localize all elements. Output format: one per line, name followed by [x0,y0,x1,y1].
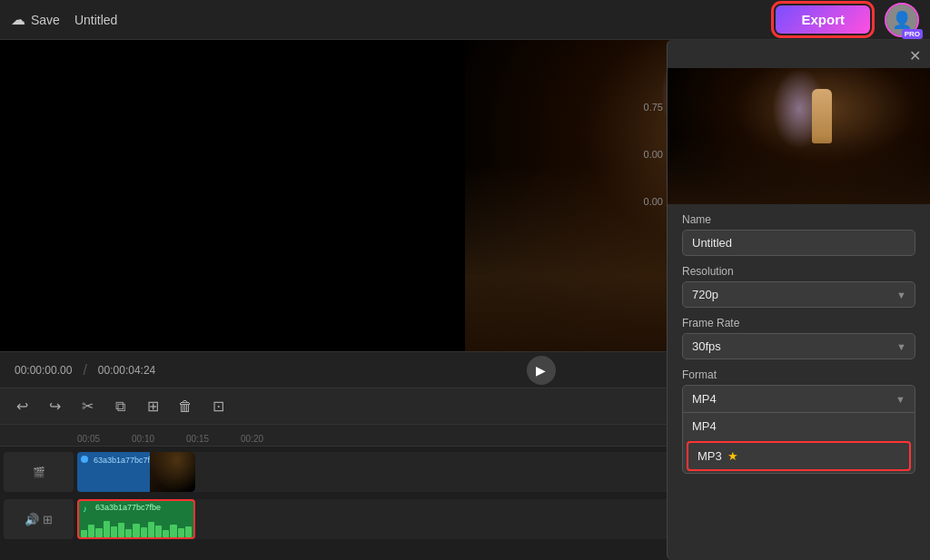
crop-button[interactable]: ⊡ [205,394,231,419]
video-track-icon: 🎬 [33,467,45,478]
panel-body: Name Resolution 720p 1080p 4K ▼ Frame Ra… [668,204,930,560]
format-dropdown: MP4 ▼ MP4 MP3 ★ [682,385,915,474]
panel-concert-bg [668,68,930,204]
panel-crowd [668,136,930,204]
mp3-label: MP3 [698,449,722,463]
paste-button[interactable]: ⊞ [140,394,165,419]
resolution-field-group: Resolution 720p 1080p 4K ▼ [682,265,915,308]
save-label: Save [31,13,60,27]
copy-button[interactable]: ⧉ [107,394,133,419]
undo-button[interactable]: ↩ [9,394,35,419]
name-label: Name [682,213,915,226]
format-chevron-icon: ▼ [895,394,905,405]
ruler-tick-2: 00:10 [132,434,186,446]
format-option-mp4[interactable]: MP4 [683,413,915,439]
audio-mute-button[interactable]: 🔊 [25,513,39,526]
audio-clip[interactable]: ♪ 63a3b1a77bc7fbe [77,499,195,539]
clip-indicator [81,456,88,463]
video-track-controls: 🎬 [4,452,74,492]
format-field-group: Format MP4 ▼ MP4 MP3 ★ [682,368,915,474]
resolution-label: Resolution [682,265,915,278]
export-button[interactable]: Export [776,5,870,34]
ruler-tick-4: 00:20 [241,434,295,446]
framerate-select[interactable]: 24fps 30fps 60fps [682,333,915,359]
name-field-group: Name [682,213,915,256]
ruler-tick-1: 00:05 [77,434,132,446]
audio-clip-icon: ♪ [83,504,87,514]
audio-track-controls: 🔊 ⊞ [4,499,74,539]
video-clip[interactable]: 63a3b1a77bc7fbe [77,452,195,492]
ruler-tick-3: 00:15 [186,434,241,446]
project-title[interactable]: Untitled [74,13,117,27]
framerate-select-wrap: 24fps 30fps 60fps ▼ [682,333,915,359]
pro-star-icon: ★ [727,449,738,463]
play-button[interactable]: ▶ [527,356,556,385]
audio-clip-label: 63a3b1a77bc7fbe [95,503,161,512]
redo-button[interactable]: ↪ [42,394,67,419]
cloud-icon: ☁ [11,11,25,28]
panel-preview [668,68,930,204]
waveform [79,519,193,537]
main-area: 00:00:00.00 / 00:00:04:24 ▶ ↩ ↪ ✂ ⧉ ⊞ 🗑 … [0,40,930,560]
format-current[interactable]: MP4 ▼ [683,386,915,413]
format-label: Format [682,368,915,381]
pro-badge: PRO [902,29,923,39]
video-left-panel [0,40,465,351]
avatar[interactable]: 👤 PRO [885,3,919,37]
resolution-select-wrap: 720p 1080p 4K ▼ [682,281,915,308]
split-button[interactable]: ✂ [74,394,100,419]
total-time: 00:00:04:24 [98,364,155,377]
topbar: ☁ Save Untitled Export 👤 PRO [0,0,930,40]
framerate-label: Frame Rate [682,317,915,329]
current-time: 00:00:00.00 [15,364,72,377]
name-input[interactable] [682,230,915,256]
panel-hand [812,89,832,143]
format-current-value: MP4 [692,392,717,406]
delete-button[interactable]: 🗑 [173,394,198,419]
export-panel: ✕ Name Resolution 720p 1080 [667,40,930,560]
panel-header: ✕ [668,40,930,68]
framerate-field-group: Frame Rate 24fps 30fps 60fps ▼ [682,317,915,359]
audio-lock-button[interactable]: ⊞ [43,513,53,526]
format-option-mp3[interactable]: MP3 ★ [687,441,911,471]
panel-close-button[interactable]: ✕ [909,47,921,64]
resolution-select[interactable]: 720p 1080p 4K [682,281,915,308]
save-button[interactable]: ☁ Save [11,11,60,28]
